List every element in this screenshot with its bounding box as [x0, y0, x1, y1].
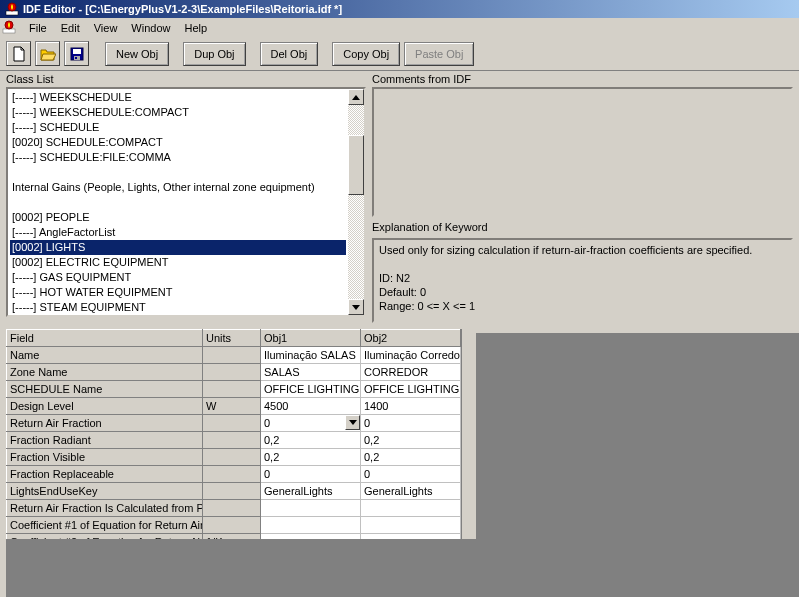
title-text: IDF Editor - [C:\EnergyPlusV1-2-3\Exampl…	[23, 3, 342, 15]
cell-obj1[interactable]: Iluminação SALAS	[261, 347, 361, 364]
scroll-thumb[interactable]	[348, 135, 364, 195]
field-units	[203, 466, 261, 483]
cell-obj1[interactable]: OFFICE LIGHTING	[261, 381, 361, 398]
cell-obj2[interactable]: CORREDOR	[361, 364, 461, 381]
list-item[interactable]: [-----] OTHER EQUIPMENT	[10, 315, 346, 317]
list-item[interactable]: [-----] HOT WATER EQUIPMENT	[10, 285, 346, 300]
list-item[interactable]: [-----] GAS EQUIPMENT	[10, 270, 346, 285]
table-row: SCHEDULE NameOFFICE LIGHTINGOFFICE LIGHT…	[7, 381, 461, 398]
class-list-label: Class List	[6, 73, 366, 85]
field-units	[203, 415, 261, 432]
field-name[interactable]: Coefficient #1 of Equation for Return Ai…	[7, 517, 203, 534]
cell-obj2[interactable]	[361, 500, 461, 517]
object-grid[interactable]: Field Units Obj1 Obj2 NameIluminação SAL…	[6, 329, 462, 552]
grid-header-row: Field Units Obj1 Obj2	[7, 330, 461, 347]
del-obj-button[interactable]: Del Obj	[260, 42, 319, 66]
field-name[interactable]: Return Air Fraction	[7, 415, 203, 432]
col-field[interactable]: Field	[7, 330, 203, 347]
scroll-up-icon[interactable]	[348, 89, 364, 105]
field-name[interactable]: Design Level	[7, 398, 203, 415]
menu-help[interactable]: Help	[177, 20, 214, 36]
field-name[interactable]: Fraction Visible	[7, 449, 203, 466]
list-item	[10, 195, 346, 210]
cell-obj1[interactable]: 0	[261, 466, 361, 483]
cell-obj1[interactable]: GeneralLights	[261, 483, 361, 500]
list-item[interactable]: [0002] LIGHTS	[10, 240, 346, 255]
field-units	[203, 381, 261, 398]
col-units[interactable]: Units	[203, 330, 261, 347]
field-name[interactable]: Return Air Fraction Is Calculated from P…	[7, 500, 203, 517]
field-units	[203, 364, 261, 381]
new-obj-button[interactable]: New Obj	[105, 42, 169, 66]
cell-obj2[interactable]: 0,2	[361, 449, 461, 466]
table-row: Return Air Fraction00	[7, 415, 461, 432]
menu-edit[interactable]: Edit	[54, 20, 87, 36]
field-name[interactable]: Fraction Radiant	[7, 432, 203, 449]
list-item[interactable]: [0020] SCHEDULE:COMPACT	[10, 135, 346, 150]
field-units: W	[203, 398, 261, 415]
comments-label: Comments from IDF	[372, 73, 793, 85]
svg-rect-2	[3, 29, 15, 33]
list-item[interactable]: [-----] WEEKSCHEDULE	[10, 90, 346, 105]
cell-obj1[interactable]	[261, 500, 361, 517]
menu-file[interactable]: File	[22, 20, 54, 36]
cell-obj2[interactable]: 0	[361, 415, 461, 432]
cell-obj2[interactable]: 1400	[361, 398, 461, 415]
field-name[interactable]: SCHEDULE Name	[7, 381, 203, 398]
cell-obj2[interactable]: Iluminação Corredor	[361, 347, 461, 364]
table-row: Fraction Replaceable00	[7, 466, 461, 483]
class-list-box[interactable]: [-----] WEEKSCHEDULE[-----] WEEKSCHEDULE…	[6, 87, 366, 317]
titlebar: IDF Editor - [C:\EnergyPlusV1-2-3\Exampl…	[0, 0, 799, 18]
cell-obj2[interactable]: OFFICE LIGHTING	[361, 381, 461, 398]
cell-obj2[interactable]	[361, 517, 461, 534]
field-name[interactable]: Zone Name	[7, 364, 203, 381]
field-units	[203, 517, 261, 534]
save-file-button[interactable]	[64, 41, 89, 66]
list-item[interactable]: [-----] SCHEDULE:FILE:COMMA	[10, 150, 346, 165]
list-item[interactable]: Internal Gains (People, Lights, Other in…	[10, 180, 346, 195]
svg-rect-5	[73, 49, 81, 54]
explanation-line2: ID: N2	[379, 271, 786, 285]
menu-window[interactable]: Window	[124, 20, 177, 36]
scrollbar[interactable]	[348, 89, 364, 315]
list-item[interactable]: [0002] PEOPLE	[10, 210, 346, 225]
list-item[interactable]: [-----] WEEKSCHEDULE:COMPACT	[10, 105, 346, 120]
table-row: Fraction Radiant0,20,2	[7, 432, 461, 449]
field-name[interactable]: Name	[7, 347, 203, 364]
cell-obj1[interactable]: 0	[261, 415, 361, 432]
cell-obj2[interactable]: 0	[361, 466, 461, 483]
field-units	[203, 500, 261, 517]
mdi-icon	[2, 20, 18, 36]
field-name[interactable]: LightsEndUseKey	[7, 483, 203, 500]
list-item[interactable]: [-----] SCHEDULE	[10, 120, 346, 135]
table-row: NameIluminação SALASIluminação Corredor	[7, 347, 461, 364]
cell-obj1[interactable]: SALAS	[261, 364, 361, 381]
col-obj1[interactable]: Obj1	[261, 330, 361, 347]
list-item[interactable]: [-----] AngleFactorList	[10, 225, 346, 240]
cell-obj1[interactable]	[261, 517, 361, 534]
open-file-button[interactable]	[35, 41, 60, 66]
cell-obj1[interactable]: 0,2	[261, 449, 361, 466]
paste-obj-button[interactable]: Paste Obj	[404, 42, 474, 66]
cell-obj1[interactable]: 0,2	[261, 432, 361, 449]
copy-obj-button[interactable]: Copy Obj	[332, 42, 400, 66]
bottom-strip	[6, 539, 799, 597]
cell-obj2[interactable]: GeneralLights	[361, 483, 461, 500]
toolbar: New Obj Dup Obj Del Obj Copy Obj Paste O…	[0, 37, 799, 71]
field-name[interactable]: Fraction Replaceable	[7, 466, 203, 483]
cell-obj2[interactable]: 0,2	[361, 432, 461, 449]
dup-obj-button[interactable]: Dup Obj	[183, 42, 245, 66]
list-item[interactable]: [-----] STEAM EQUIPMENT	[10, 300, 346, 315]
new-file-button[interactable]	[6, 41, 31, 66]
scroll-down-icon[interactable]	[348, 299, 364, 315]
col-obj2[interactable]: Obj2	[361, 330, 461, 347]
list-item[interactable]: [0002] ELECTRIC EQUIPMENT	[10, 255, 346, 270]
field-units	[203, 432, 261, 449]
chevron-down-icon[interactable]	[345, 415, 360, 430]
cell-obj1[interactable]: 4500	[261, 398, 361, 415]
comments-box[interactable]	[372, 87, 793, 217]
list-item	[10, 165, 346, 180]
explanation-line4: Range: 0 <= X <= 1	[379, 299, 786, 313]
menu-view[interactable]: View	[87, 20, 125, 36]
explanation-box: Used only for sizing calculation if retu…	[372, 238, 793, 323]
